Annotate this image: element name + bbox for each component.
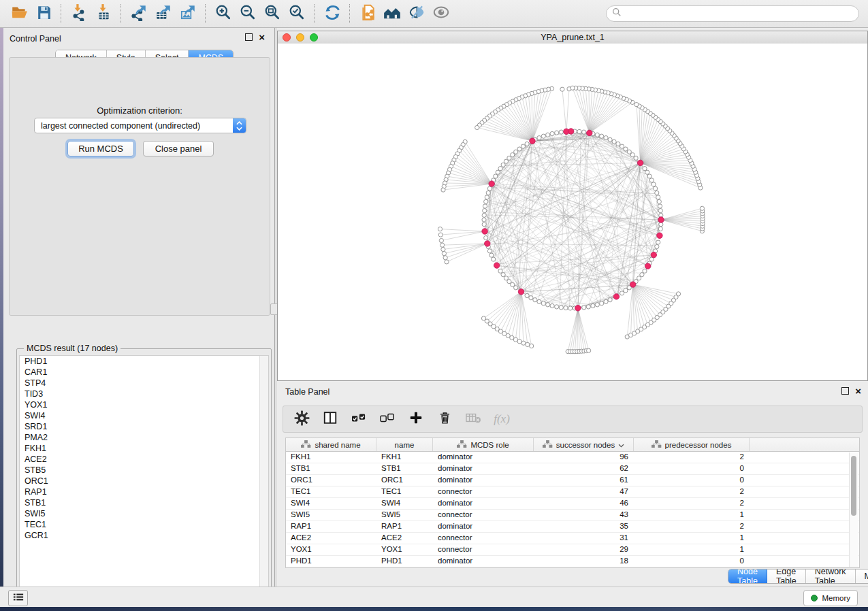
graph-node[interactable] xyxy=(620,291,624,295)
graph-node[interactable] xyxy=(525,293,529,297)
home-views-button[interactable] xyxy=(380,3,404,24)
import-table-button[interactable] xyxy=(91,3,116,24)
close-panel-icon[interactable]: × xyxy=(259,33,265,41)
memory-button[interactable]: Memory xyxy=(803,590,858,606)
mcds-result-item[interactable]: TEC1 xyxy=(20,519,268,530)
graph-node[interactable] xyxy=(496,170,500,174)
column-header-shared-name[interactable]: shared name xyxy=(286,438,376,451)
apply-layout-button[interactable] xyxy=(320,3,344,24)
table-scrollbar-thumb[interactable] xyxy=(851,456,856,516)
graph-hub-node[interactable] xyxy=(485,241,490,246)
graph-node[interactable] xyxy=(482,218,486,222)
deselect-all-rows-button[interactable] xyxy=(379,410,396,428)
graph-node[interactable] xyxy=(645,170,649,174)
network-canvas[interactable] xyxy=(278,44,867,380)
graph-node[interactable] xyxy=(487,186,492,191)
graph-node[interactable] xyxy=(530,344,534,348)
export-table-button[interactable] xyxy=(151,3,176,24)
graph-node[interactable] xyxy=(521,341,526,345)
graph-node[interactable] xyxy=(658,204,662,208)
search-input[interactable] xyxy=(625,8,853,19)
graph-node[interactable] xyxy=(504,159,508,163)
column-header-predecessor-nodes[interactable]: predecessor nodes xyxy=(634,438,750,451)
mcds-result-item[interactable]: PMA2 xyxy=(20,432,268,443)
tab-node-table[interactable]: Node Table xyxy=(728,569,767,583)
graph-node[interactable] xyxy=(587,348,591,352)
graph-node[interactable] xyxy=(483,209,487,213)
graph-hub-node[interactable] xyxy=(630,282,636,287)
zoom-in-button[interactable] xyxy=(211,3,236,24)
graph-node[interactable] xyxy=(541,134,545,138)
table-row[interactable]: STB1STB1dominator620 xyxy=(286,463,859,475)
graph-node[interactable] xyxy=(507,156,511,160)
graph-node[interactable] xyxy=(624,288,628,293)
graph-node[interactable] xyxy=(616,142,620,146)
delete-columns-button[interactable] xyxy=(436,410,453,428)
graph-node[interactable] xyxy=(647,174,652,178)
float-panel-icon[interactable] xyxy=(245,33,253,41)
graph-node[interactable] xyxy=(487,249,492,253)
table-row[interactable]: ORC1ORC1dominator610 xyxy=(286,475,859,486)
mcds-result-item[interactable]: RAP1 xyxy=(20,486,268,497)
zoom-out-button[interactable] xyxy=(236,3,260,24)
graph-node[interactable] xyxy=(482,213,486,217)
mcds-result-item[interactable]: YOX1 xyxy=(20,399,268,410)
graph-hub-node[interactable] xyxy=(489,181,494,186)
graph-node[interactable] xyxy=(513,337,517,342)
mcds-result-item[interactable]: ORC1 xyxy=(20,476,268,486)
graph-node[interactable] xyxy=(486,191,490,195)
graph-node[interactable] xyxy=(484,236,488,240)
close-table-panel-icon[interactable]: × xyxy=(855,387,861,395)
graph-node[interactable] xyxy=(514,150,518,154)
open-file-button[interactable] xyxy=(7,3,31,24)
toggle-visibility-button[interactable] xyxy=(404,3,429,24)
table-row[interactable]: ACE2ACE2connector311 xyxy=(286,533,859,544)
table-row[interactable]: FKH1FKH1dominator962 xyxy=(286,452,859,463)
preview-eye-button[interactable] xyxy=(429,3,453,24)
graph-hub-node[interactable] xyxy=(651,252,656,257)
mcds-result-item[interactable]: GCR1 xyxy=(20,530,268,541)
tab-edge-table[interactable]: Edge Table xyxy=(767,569,806,583)
graph-node[interactable] xyxy=(498,269,502,273)
import-network-button[interactable] xyxy=(67,3,91,24)
fit-selected-button[interactable] xyxy=(285,3,309,24)
graph-node[interactable] xyxy=(595,133,599,137)
graph-node[interactable] xyxy=(537,136,541,140)
graph-node[interactable] xyxy=(517,340,521,344)
graph-node[interactable] xyxy=(489,253,494,257)
graph-hub-node[interactable] xyxy=(658,217,664,222)
graph-node[interactable] xyxy=(643,269,647,273)
show-columns-button[interactable] xyxy=(321,410,339,428)
graph-node[interactable] xyxy=(555,131,559,135)
graph-node[interactable] xyxy=(655,244,659,248)
graph-node[interactable] xyxy=(643,167,647,171)
graph-node[interactable] xyxy=(504,276,508,280)
graph-node[interactable] xyxy=(550,131,554,135)
select-all-rows-button[interactable] xyxy=(350,410,368,428)
task-history-button[interactable] xyxy=(8,590,28,606)
graph-node[interactable] xyxy=(559,306,563,310)
mcds-result-item[interactable]: STP4 xyxy=(20,378,268,389)
graph-node[interactable] xyxy=(438,233,443,237)
new-network-from-selection-button[interactable] xyxy=(355,3,380,24)
result-list-scrollbar[interactable] xyxy=(259,356,268,598)
graph-node[interactable] xyxy=(608,137,612,142)
network-window-titlebar[interactable]: YPA_prune.txt_1 xyxy=(278,31,867,44)
graph-node[interactable] xyxy=(511,153,515,157)
graph-node[interactable] xyxy=(564,306,568,310)
graph-node[interactable] xyxy=(507,280,511,284)
table-row[interactable]: PHD1PHD1dominator180 xyxy=(286,556,859,567)
graph-node[interactable] xyxy=(445,260,449,264)
graph-node[interactable] xyxy=(630,153,634,157)
graph-node[interactable] xyxy=(511,282,515,286)
tab-network-table[interactable]: Network Table xyxy=(806,569,856,583)
mcds-result-item[interactable]: ACE2 xyxy=(20,454,268,465)
graph-node[interactable] xyxy=(656,195,660,199)
export-network-button[interactable] xyxy=(127,3,151,24)
graph-node[interactable] xyxy=(582,130,586,134)
graph-node[interactable] xyxy=(591,303,595,308)
graph-node[interactable] xyxy=(441,247,445,251)
graph-node[interactable] xyxy=(657,199,661,203)
float-table-panel-icon[interactable] xyxy=(841,387,849,395)
add-column-button[interactable] xyxy=(407,410,425,428)
